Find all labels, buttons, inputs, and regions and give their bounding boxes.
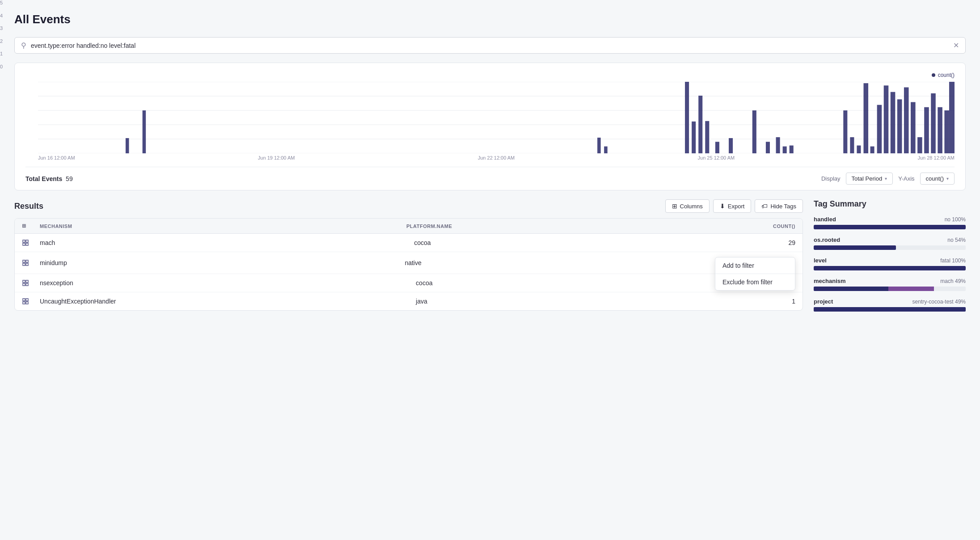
hide-tags-label: Hide Tags xyxy=(770,203,796,210)
chart-inner xyxy=(38,82,955,153)
results-main: Results ⊞ Columns ⬇ Export 🏷 Hide Tags xyxy=(14,199,803,311)
tag-bar-fill-osrooted xyxy=(814,245,896,250)
tag-summary: Tag Summary handled no 100% os.rooted no… xyxy=(814,199,966,319)
tag-name-osrooted: os.rooted xyxy=(814,236,840,243)
svg-rect-36 xyxy=(944,110,949,153)
row-icon-1 xyxy=(22,239,34,246)
svg-rect-51 xyxy=(26,299,28,301)
svg-rect-53 xyxy=(26,302,28,304)
tag-name-mechanism: mechanism xyxy=(814,278,846,284)
col-header-count: COUNT() xyxy=(773,224,795,229)
svg-rect-43 xyxy=(26,260,28,262)
row-mechanism-4: UncaughtExceptionHandler xyxy=(40,298,410,305)
tag-item-header-level: level fatal 100% xyxy=(814,257,966,264)
svg-rect-34 xyxy=(931,93,936,153)
results-actions: ⊞ Columns ⬇ Export 🏷 Hide Tags xyxy=(665,199,803,213)
page-title: All Events xyxy=(14,13,966,26)
svg-rect-15 xyxy=(729,138,733,153)
table-row: nsexception cocoa 2 xyxy=(15,274,803,292)
hide-tags-button[interactable]: 🏷 Hide Tags xyxy=(755,199,803,213)
svg-rect-9 xyxy=(604,147,608,153)
columns-icon: ⊞ xyxy=(672,202,677,210)
svg-rect-12 xyxy=(698,96,702,153)
y-axis-labels: 5 4 3 2 1 0 xyxy=(0,0,3,69)
svg-rect-28 xyxy=(891,92,896,153)
svg-rect-23 xyxy=(857,145,861,153)
svg-rect-37 xyxy=(949,82,955,153)
tag-name-level: level xyxy=(814,257,827,264)
svg-rect-40 xyxy=(23,243,25,245)
tag-bar-multi-mechanism xyxy=(814,287,966,291)
y-axis-value: count() xyxy=(926,175,944,182)
chart-controls: Display Total Period ▾ Y-Axis count() ▾ xyxy=(821,173,955,185)
row-mechanism-3: nsexception xyxy=(40,279,410,287)
chart-footer: Total Events 59 Display Total Period ▾ Y… xyxy=(25,167,955,185)
table-header: ⊞ MECHANISM PLATFORM.NAME COUNT() xyxy=(15,219,803,234)
row-icon-3 xyxy=(22,279,34,287)
context-menu: Add to filter Exclude from filter xyxy=(715,257,795,291)
total-events-label: Total Events xyxy=(25,175,62,182)
row-icon-4 xyxy=(22,298,34,305)
tag-bar-fill-handled xyxy=(814,225,966,229)
svg-rect-45 xyxy=(26,263,28,266)
tag-value-level: fatal 100% xyxy=(940,257,966,264)
exclude-from-filter-item[interactable]: Exclude from filter xyxy=(715,274,795,290)
svg-rect-41 xyxy=(26,243,28,245)
tag-item-handled: handled no 100% xyxy=(814,216,966,229)
chart-svg xyxy=(38,82,955,153)
svg-rect-17 xyxy=(766,142,770,153)
tag-item-project: project sentry-cocoa-test 49% xyxy=(814,298,966,312)
svg-rect-6 xyxy=(126,138,129,153)
y-axis-dropdown[interactable]: count() ▾ xyxy=(920,173,955,185)
results-table: ⊞ MECHANISM PLATFORM.NAME COUNT() mach c… xyxy=(14,218,803,311)
add-to-filter-item[interactable]: Add to filter xyxy=(715,257,795,274)
svg-rect-38 xyxy=(23,240,25,242)
x-label-4: Jun 25 12:00 AM xyxy=(698,155,735,160)
page-container: All Events ⚲ ✕ count() 5 4 3 2 1 0 xyxy=(0,0,980,329)
y-label-0: 0 xyxy=(0,64,3,69)
svg-rect-10 xyxy=(685,82,689,153)
svg-rect-50 xyxy=(23,299,25,301)
col-header-mechanism: MECHANISM xyxy=(40,224,401,229)
svg-rect-24 xyxy=(864,83,869,153)
tag-item-header-mechanism: mechanism mach 49% xyxy=(814,278,966,284)
y-label-5: 5 xyxy=(0,0,3,5)
chart-container: count() 5 4 3 2 1 0 xyxy=(14,63,966,190)
table-row: UncaughtExceptionHandler java 1 xyxy=(15,292,803,310)
search-input[interactable] xyxy=(31,42,949,49)
tag-bar-seg-3 xyxy=(934,287,966,291)
y-axis-dropdown-arrow: ▾ xyxy=(946,176,949,181)
tag-item-header-handled: handled no 100% xyxy=(814,216,966,223)
row-count-4: 1 xyxy=(792,298,795,305)
svg-rect-19 xyxy=(783,147,787,153)
export-label: Export xyxy=(728,203,745,210)
results-title: Results xyxy=(14,202,43,211)
clear-search-button[interactable]: ✕ xyxy=(953,41,959,50)
col-header-icon: ⊞ xyxy=(22,223,34,229)
tag-bar-bg-osrooted xyxy=(814,245,966,250)
svg-rect-47 xyxy=(26,280,28,283)
legend-dot xyxy=(932,73,935,77)
tag-bar-bg-level xyxy=(814,266,966,270)
y-label-3: 3 xyxy=(0,25,3,31)
x-label-1: Jun 16 12:00 AM xyxy=(38,155,75,160)
tag-item-header-osrooted: os.rooted no 54% xyxy=(814,236,966,243)
display-dropdown[interactable]: Total Period ▾ xyxy=(846,173,893,185)
svg-rect-48 xyxy=(23,283,25,286)
svg-rect-8 xyxy=(597,138,601,153)
x-axis-labels: Jun 16 12:00 AM Jun 19 12:00 AM Jun 22 1… xyxy=(38,155,955,160)
table-row: mach cocoa Add to filter Exclude from fi… xyxy=(15,234,803,252)
tag-bar-fill-level xyxy=(814,266,966,270)
export-button[interactable]: ⬇ Export xyxy=(713,199,752,213)
columns-button[interactable]: ⊞ Columns xyxy=(665,199,710,213)
svg-rect-7 xyxy=(143,110,146,153)
svg-rect-52 xyxy=(23,302,25,304)
export-icon: ⬇ xyxy=(720,202,725,210)
display-dropdown-arrow: ▾ xyxy=(885,176,887,181)
svg-rect-39 xyxy=(26,240,28,242)
tag-bar-seg-project-1 xyxy=(814,307,966,312)
svg-rect-20 xyxy=(790,145,794,153)
tag-name-handled: handled xyxy=(814,216,836,223)
row-count-1: 29 xyxy=(788,239,795,246)
x-label-3: Jun 22 12:00 AM xyxy=(478,155,515,160)
